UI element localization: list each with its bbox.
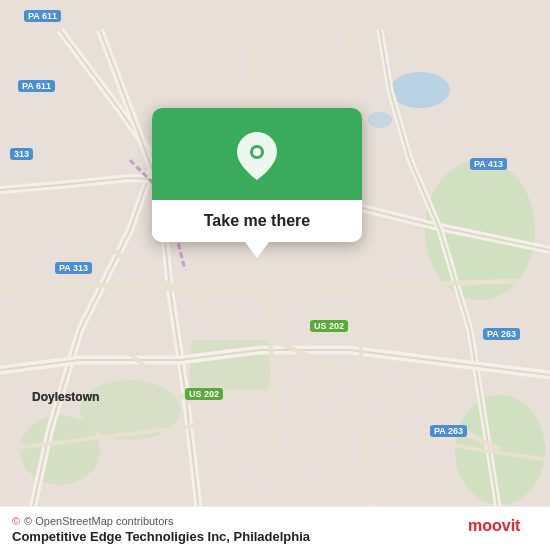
location-pin-icon [231,130,283,182]
bottom-bar: © © OpenStreetMap contributors Competiti… [0,506,550,550]
road-badge-pa611-top: PA 611 [24,10,61,22]
road-badge-us202-bot: US 202 [185,388,223,400]
svg-text:moovit: moovit [468,517,521,534]
svg-point-6 [390,72,450,108]
osm-logo: © [12,515,20,527]
map-container: PA 611 PA 611 313 PA 413 PA 313 US 202 U… [0,0,550,550]
road-badge-pa611-left: PA 611 [18,80,55,92]
location-title: Competitive Edge Technoligies Inc, Phila… [12,529,538,544]
road-badge-us202-mid: US 202 [310,320,348,332]
osm-credit: © © OpenStreetMap contributors [12,515,538,527]
road-badge-pa313-mid: PA 313 [55,262,92,274]
road-badge-pa263-right: PA 263 [483,328,520,340]
popup-green-header [152,108,362,200]
popup-card: Take me there [152,108,362,242]
svg-point-9 [253,148,261,156]
moovit-logo-text: moovit [468,514,538,540]
road-badge-313: 313 [10,148,33,160]
osm-credit-text: © OpenStreetMap contributors [24,515,173,527]
svg-point-7 [368,112,392,128]
doylestown-text: Doylestown [32,390,99,404]
moovit-logo: moovit [468,514,538,540]
road-badge-pa413: PA 413 [470,158,507,170]
take-me-there-button[interactable]: Take me there [152,200,362,242]
road-badge-pa263-bot: PA 263 [430,425,467,437]
popup-tail [245,242,269,258]
